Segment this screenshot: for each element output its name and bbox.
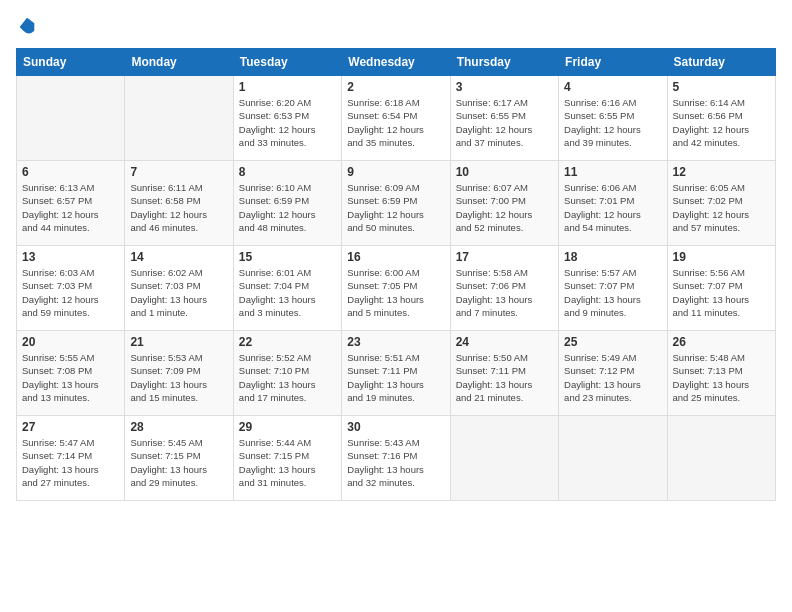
day-info: Sunrise: 6:00 AM Sunset: 7:05 PM Dayligh… (347, 266, 444, 319)
calendar-cell: 3Sunrise: 6:17 AM Sunset: 6:55 PM Daylig… (450, 76, 558, 161)
calendar-cell: 23Sunrise: 5:51 AM Sunset: 7:11 PM Dayli… (342, 331, 450, 416)
day-info: Sunrise: 5:52 AM Sunset: 7:10 PM Dayligh… (239, 351, 336, 404)
day-info: Sunrise: 5:45 AM Sunset: 7:15 PM Dayligh… (130, 436, 227, 489)
day-number: 3 (456, 80, 553, 94)
calendar: SundayMondayTuesdayWednesdayThursdayFrid… (16, 48, 776, 501)
calendar-cell: 22Sunrise: 5:52 AM Sunset: 7:10 PM Dayli… (233, 331, 341, 416)
week-row-3: 13Sunrise: 6:03 AM Sunset: 7:03 PM Dayli… (17, 246, 776, 331)
calendar-cell: 16Sunrise: 6:00 AM Sunset: 7:05 PM Dayli… (342, 246, 450, 331)
day-number: 7 (130, 165, 227, 179)
weekday-header-thursday: Thursday (450, 49, 558, 76)
day-info: Sunrise: 6:16 AM Sunset: 6:55 PM Dayligh… (564, 96, 661, 149)
day-number: 30 (347, 420, 444, 434)
header (16, 16, 776, 38)
day-number: 29 (239, 420, 336, 434)
day-number: 20 (22, 335, 119, 349)
calendar-cell: 24Sunrise: 5:50 AM Sunset: 7:11 PM Dayli… (450, 331, 558, 416)
weekday-header-wednesday: Wednesday (342, 49, 450, 76)
day-info: Sunrise: 6:11 AM Sunset: 6:58 PM Dayligh… (130, 181, 227, 234)
day-number: 14 (130, 250, 227, 264)
calendar-cell (125, 76, 233, 161)
calendar-cell: 17Sunrise: 5:58 AM Sunset: 7:06 PM Dayli… (450, 246, 558, 331)
day-number: 1 (239, 80, 336, 94)
calendar-cell: 13Sunrise: 6:03 AM Sunset: 7:03 PM Dayli… (17, 246, 125, 331)
week-row-5: 27Sunrise: 5:47 AM Sunset: 7:14 PM Dayli… (17, 416, 776, 501)
calendar-cell: 10Sunrise: 6:07 AM Sunset: 7:00 PM Dayli… (450, 161, 558, 246)
calendar-cell: 20Sunrise: 5:55 AM Sunset: 7:08 PM Dayli… (17, 331, 125, 416)
calendar-cell: 7Sunrise: 6:11 AM Sunset: 6:58 PM Daylig… (125, 161, 233, 246)
calendar-cell: 1Sunrise: 6:20 AM Sunset: 6:53 PM Daylig… (233, 76, 341, 161)
day-number: 9 (347, 165, 444, 179)
day-info: Sunrise: 6:18 AM Sunset: 6:54 PM Dayligh… (347, 96, 444, 149)
calendar-cell: 8Sunrise: 6:10 AM Sunset: 6:59 PM Daylig… (233, 161, 341, 246)
weekday-header-row: SundayMondayTuesdayWednesdayThursdayFrid… (17, 49, 776, 76)
day-info: Sunrise: 6:06 AM Sunset: 7:01 PM Dayligh… (564, 181, 661, 234)
day-number: 21 (130, 335, 227, 349)
day-info: Sunrise: 6:20 AM Sunset: 6:53 PM Dayligh… (239, 96, 336, 149)
calendar-cell: 18Sunrise: 5:57 AM Sunset: 7:07 PM Dayli… (559, 246, 667, 331)
calendar-cell: 29Sunrise: 5:44 AM Sunset: 7:15 PM Dayli… (233, 416, 341, 501)
day-number: 4 (564, 80, 661, 94)
day-info: Sunrise: 5:49 AM Sunset: 7:12 PM Dayligh… (564, 351, 661, 404)
day-info: Sunrise: 6:17 AM Sunset: 6:55 PM Dayligh… (456, 96, 553, 149)
calendar-cell: 15Sunrise: 6:01 AM Sunset: 7:04 PM Dayli… (233, 246, 341, 331)
day-number: 6 (22, 165, 119, 179)
calendar-cell (559, 416, 667, 501)
day-info: Sunrise: 6:07 AM Sunset: 7:00 PM Dayligh… (456, 181, 553, 234)
calendar-cell: 4Sunrise: 6:16 AM Sunset: 6:55 PM Daylig… (559, 76, 667, 161)
day-info: Sunrise: 5:53 AM Sunset: 7:09 PM Dayligh… (130, 351, 227, 404)
day-number: 28 (130, 420, 227, 434)
day-number: 24 (456, 335, 553, 349)
calendar-cell: 11Sunrise: 6:06 AM Sunset: 7:01 PM Dayli… (559, 161, 667, 246)
day-info: Sunrise: 6:09 AM Sunset: 6:59 PM Dayligh… (347, 181, 444, 234)
logo-icon (16, 16, 38, 38)
day-info: Sunrise: 5:43 AM Sunset: 7:16 PM Dayligh… (347, 436, 444, 489)
day-info: Sunrise: 5:57 AM Sunset: 7:07 PM Dayligh… (564, 266, 661, 319)
weekday-header-friday: Friday (559, 49, 667, 76)
day-number: 12 (673, 165, 770, 179)
day-number: 15 (239, 250, 336, 264)
calendar-cell: 30Sunrise: 5:43 AM Sunset: 7:16 PM Dayli… (342, 416, 450, 501)
week-row-4: 20Sunrise: 5:55 AM Sunset: 7:08 PM Dayli… (17, 331, 776, 416)
day-info: Sunrise: 5:55 AM Sunset: 7:08 PM Dayligh… (22, 351, 119, 404)
day-info: Sunrise: 5:47 AM Sunset: 7:14 PM Dayligh… (22, 436, 119, 489)
day-number: 13 (22, 250, 119, 264)
day-number: 8 (239, 165, 336, 179)
calendar-cell: 27Sunrise: 5:47 AM Sunset: 7:14 PM Dayli… (17, 416, 125, 501)
day-info: Sunrise: 6:05 AM Sunset: 7:02 PM Dayligh… (673, 181, 770, 234)
day-info: Sunrise: 5:50 AM Sunset: 7:11 PM Dayligh… (456, 351, 553, 404)
day-number: 18 (564, 250, 661, 264)
day-info: Sunrise: 6:13 AM Sunset: 6:57 PM Dayligh… (22, 181, 119, 234)
day-info: Sunrise: 6:02 AM Sunset: 7:03 PM Dayligh… (130, 266, 227, 319)
calendar-cell (450, 416, 558, 501)
calendar-cell: 21Sunrise: 5:53 AM Sunset: 7:09 PM Dayli… (125, 331, 233, 416)
calendar-cell (17, 76, 125, 161)
day-number: 26 (673, 335, 770, 349)
day-number: 10 (456, 165, 553, 179)
day-info: Sunrise: 6:03 AM Sunset: 7:03 PM Dayligh… (22, 266, 119, 319)
day-number: 2 (347, 80, 444, 94)
day-info: Sunrise: 6:01 AM Sunset: 7:04 PM Dayligh… (239, 266, 336, 319)
day-number: 11 (564, 165, 661, 179)
week-row-1: 1Sunrise: 6:20 AM Sunset: 6:53 PM Daylig… (17, 76, 776, 161)
day-info: Sunrise: 5:48 AM Sunset: 7:13 PM Dayligh… (673, 351, 770, 404)
weekday-header-monday: Monday (125, 49, 233, 76)
calendar-cell: 25Sunrise: 5:49 AM Sunset: 7:12 PM Dayli… (559, 331, 667, 416)
day-info: Sunrise: 5:51 AM Sunset: 7:11 PM Dayligh… (347, 351, 444, 404)
calendar-cell: 9Sunrise: 6:09 AM Sunset: 6:59 PM Daylig… (342, 161, 450, 246)
day-info: Sunrise: 6:14 AM Sunset: 6:56 PM Dayligh… (673, 96, 770, 149)
day-number: 16 (347, 250, 444, 264)
day-number: 27 (22, 420, 119, 434)
day-number: 22 (239, 335, 336, 349)
day-number: 25 (564, 335, 661, 349)
day-number: 19 (673, 250, 770, 264)
week-row-2: 6Sunrise: 6:13 AM Sunset: 6:57 PM Daylig… (17, 161, 776, 246)
weekday-header-tuesday: Tuesday (233, 49, 341, 76)
day-number: 5 (673, 80, 770, 94)
day-info: Sunrise: 6:10 AM Sunset: 6:59 PM Dayligh… (239, 181, 336, 234)
weekday-header-saturday: Saturday (667, 49, 775, 76)
calendar-cell: 6Sunrise: 6:13 AM Sunset: 6:57 PM Daylig… (17, 161, 125, 246)
day-info: Sunrise: 5:44 AM Sunset: 7:15 PM Dayligh… (239, 436, 336, 489)
calendar-cell (667, 416, 775, 501)
day-info: Sunrise: 5:58 AM Sunset: 7:06 PM Dayligh… (456, 266, 553, 319)
